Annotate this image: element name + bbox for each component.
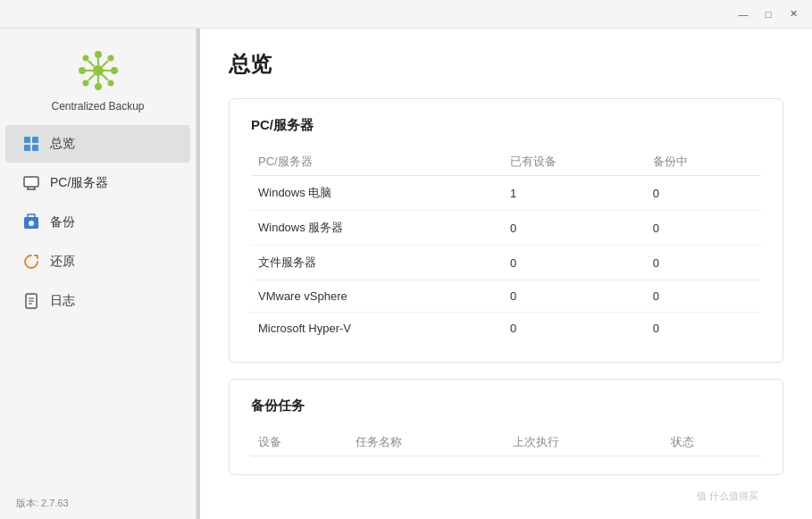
- svg-point-3: [79, 67, 86, 74]
- sidebar-app-name: Centralized Backup: [51, 100, 144, 113]
- svg-rect-17: [24, 137, 30, 143]
- sidebar-item-label-backup: 备份: [50, 214, 75, 230]
- tasks-col-last-run: 上次执行: [506, 429, 663, 456]
- pc-icon: [21, 173, 41, 193]
- svg-point-4: [111, 67, 118, 74]
- table-row: Windows 服务器 0 0: [251, 211, 761, 246]
- svg-point-8: [107, 80, 113, 87]
- sidebar-version: 版本: 2.7.63: [0, 488, 196, 519]
- sidebar-item-restore[interactable]: 还原: [5, 243, 190, 280]
- cell-backing-3: 0: [646, 280, 761, 313]
- svg-point-1: [95, 51, 102, 58]
- cell-backing-0: 0: [646, 176, 761, 211]
- cell-name-0: Windows 电脑: [251, 176, 503, 211]
- backup-tasks-card-title: 备份任务: [251, 398, 761, 414]
- cell-name-2: 文件服务器: [251, 246, 503, 280]
- cell-devices-4: 0: [503, 313, 646, 345]
- maximize-button[interactable]: □: [757, 6, 780, 22]
- cell-devices-0: 1: [503, 176, 646, 211]
- overview-icon: [21, 134, 41, 154]
- svg-line-16: [102, 74, 108, 80]
- col-header-devices: 已有设备: [503, 148, 646, 176]
- cell-devices-2: 0: [503, 246, 646, 280]
- cell-devices-3: 0: [503, 280, 646, 313]
- page-title: 总览: [229, 50, 783, 79]
- cell-backing-1: 0: [646, 211, 761, 246]
- svg-rect-18: [32, 137, 38, 143]
- svg-rect-20: [32, 145, 38, 151]
- svg-point-6: [107, 55, 113, 62]
- cell-backing-2: 0: [646, 246, 761, 280]
- title-bar: — □ ✕: [0, 0, 812, 29]
- close-button[interactable]: ✕: [782, 6, 805, 22]
- sidebar-item-label-overview: 总览: [50, 136, 75, 152]
- log-icon: [21, 291, 41, 311]
- pc-server-table: PC/服务器 已有设备 备份中 Windows 电脑 1 0 Windows 服…: [251, 148, 761, 344]
- sidebar-item-overview[interactable]: 总览: [5, 125, 190, 163]
- cell-backing-4: 0: [646, 313, 761, 345]
- svg-rect-21: [24, 177, 38, 187]
- col-header-name: PC/服务器: [251, 148, 503, 176]
- tasks-col-device: 设备: [251, 429, 348, 456]
- minimize-button[interactable]: —: [732, 6, 755, 22]
- svg-point-7: [82, 80, 88, 87]
- svg-line-14: [102, 61, 108, 67]
- svg-line-15: [88, 74, 95, 80]
- sidebar-item-pc-server[interactable]: PC/服务器: [5, 164, 190, 202]
- table-row: Microsoft Hyper-V 0 0: [251, 313, 761, 345]
- window-controls: — □ ✕: [732, 6, 805, 22]
- sidebar-nav: 总览 PC/服务器: [0, 123, 196, 488]
- app-logo-icon: [74, 46, 122, 95]
- table-row: VMware vSphere 0 0: [251, 280, 761, 313]
- sidebar-item-log[interactable]: 日志: [5, 282, 190, 320]
- backup-tasks-table: 设备 任务名称 上次执行 状态: [251, 429, 761, 456]
- sidebar-item-label-restore: 还原: [50, 254, 75, 270]
- cell-name-3: VMware vSphere: [251, 280, 503, 313]
- app-container: Centralized Backup 总览: [0, 29, 812, 519]
- tasks-col-task-name: 任务名称: [348, 429, 506, 456]
- cell-devices-1: 0: [503, 211, 646, 246]
- table-row: Windows 电脑 1 0: [251, 176, 761, 211]
- cell-name-1: Windows 服务器: [251, 211, 503, 246]
- sidebar: Centralized Backup 总览: [0, 29, 197, 519]
- col-header-backing: 备份中: [646, 148, 761, 176]
- sidebar-item-label-pc: PC/服务器: [50, 175, 108, 191]
- cell-name-4: Microsoft Hyper-V: [251, 313, 503, 345]
- svg-point-2: [95, 83, 102, 90]
- backup-tasks-card: 备份任务 设备 任务名称 上次执行 状态: [229, 379, 783, 475]
- svg-point-0: [93, 65, 104, 76]
- pc-server-card: PC/服务器 PC/服务器 已有设备 备份中 Windows 电脑 1 0 Wi…: [229, 98, 783, 363]
- table-row: 文件服务器 0 0: [251, 246, 761, 280]
- sidebar-item-label-log: 日志: [50, 293, 75, 309]
- main-content: 总览 PC/服务器 PC/服务器 已有设备 备份中 Windows 电脑 1 0…: [200, 29, 812, 519]
- restore-icon: [21, 252, 41, 272]
- sidebar-logo: Centralized Backup: [0, 29, 196, 123]
- svg-point-5: [82, 55, 88, 62]
- svg-line-13: [88, 61, 95, 67]
- backup-icon: [21, 213, 41, 232]
- pc-server-card-title: PC/服务器: [251, 117, 761, 134]
- svg-point-26: [29, 221, 34, 226]
- svg-rect-19: [24, 145, 30, 151]
- tasks-col-status: 状态: [664, 429, 761, 456]
- sidebar-item-backup[interactable]: 备份: [5, 204, 190, 241]
